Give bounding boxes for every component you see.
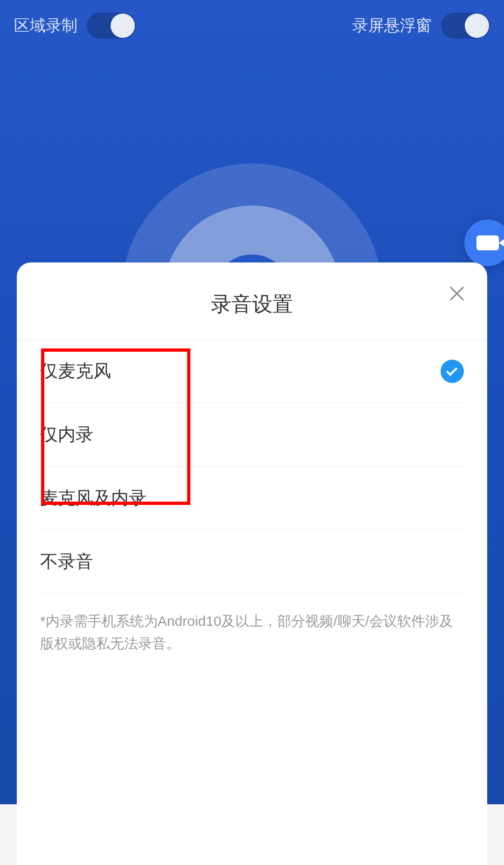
annotation-highlight-box	[41, 348, 190, 505]
option-label: 不录音	[40, 550, 93, 574]
check-icon	[441, 360, 464, 383]
modal-title: 录音设置	[17, 291, 487, 318]
option-no-audio[interactable]: 不录音	[40, 530, 464, 594]
modal-header: 录音设置	[17, 262, 487, 340]
modal-note: *内录需手机系统为Android10及以上，部分视频/聊天/会议软件涉及版权或隐…	[17, 594, 487, 655]
check-mark-icon	[446, 364, 457, 376]
close-icon[interactable]	[448, 284, 466, 302]
